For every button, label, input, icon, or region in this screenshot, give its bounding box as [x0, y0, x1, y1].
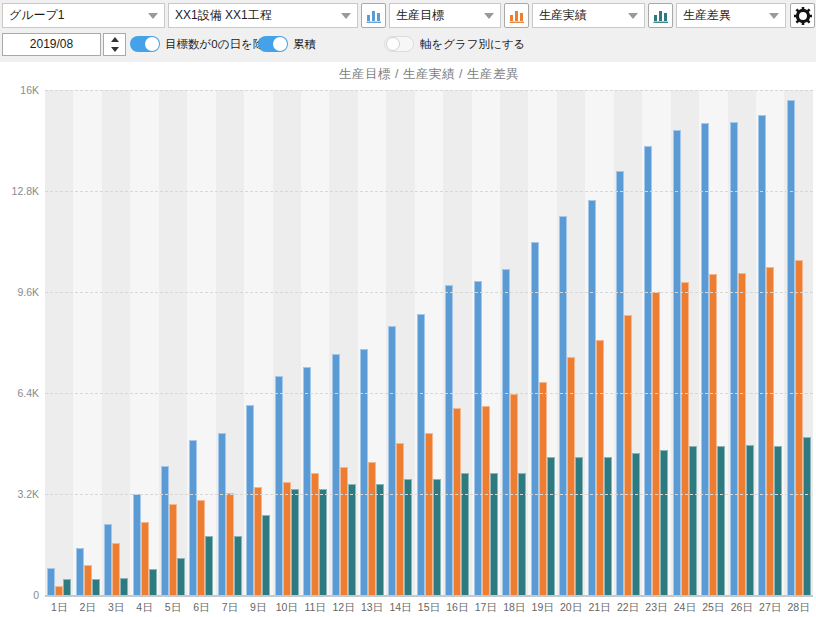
bar-actual — [482, 406, 490, 595]
bar-target — [616, 171, 624, 595]
bar-target — [559, 216, 567, 595]
bar-group — [73, 90, 101, 595]
equipment-select-value: XX1設備 XX1工程 — [175, 7, 272, 24]
x-axis-label: 27日 — [756, 601, 784, 615]
toggle-knob — [386, 37, 400, 51]
toggle-separate-axes[interactable] — [384, 36, 414, 52]
month-stepper[interactable] — [103, 33, 126, 56]
x-axis-label: 21日 — [585, 601, 613, 615]
group-select[interactable]: グループ1 — [2, 3, 165, 28]
bar-target — [417, 314, 425, 595]
x-axis-label: 17日 — [472, 601, 500, 615]
x-axis-label: 20日 — [557, 601, 585, 615]
bar-target — [531, 242, 539, 595]
bar-group — [273, 90, 301, 595]
metric-select-actual[interactable]: 生産実績 — [532, 3, 645, 28]
bar-target — [388, 326, 396, 595]
target-chart-type-button[interactable] — [361, 3, 386, 28]
bar-target — [104, 524, 112, 595]
bar-variance — [717, 446, 725, 595]
y-axis-label: 0 — [0, 589, 39, 601]
bar-group — [472, 90, 500, 595]
x-axis-label: 24日 — [671, 601, 699, 615]
bar-target — [218, 433, 226, 595]
bar-variance — [433, 479, 441, 595]
settings-button[interactable] — [790, 3, 815, 28]
bar-actual — [738, 273, 746, 595]
x-axis-label: 23日 — [642, 601, 670, 615]
toggle-cumulative-label: 累積 — [293, 37, 316, 52]
bar-group — [557, 90, 585, 595]
bar-group — [443, 90, 471, 595]
bar-variance — [205, 536, 213, 595]
bar-target — [161, 466, 169, 595]
month-stepper-down[interactable] — [104, 45, 125, 56]
bar-variance — [149, 569, 157, 595]
bar-target — [673, 130, 681, 595]
bar-variance — [319, 489, 327, 595]
toggle-separate-axes-label: 軸をグラフ別にする — [420, 37, 525, 52]
bar-variance — [660, 450, 668, 595]
bar-target — [189, 440, 197, 595]
bar-actual — [197, 500, 205, 595]
month-stepper-up[interactable] — [104, 34, 125, 45]
month-input[interactable]: 2019/08 — [2, 33, 101, 56]
metric-select-target[interactable]: 生産目標 — [389, 3, 501, 28]
bar-target — [275, 376, 283, 595]
bar-actual — [425, 433, 433, 595]
bar-variance — [746, 445, 754, 595]
x-axis-label: 11日 — [301, 601, 329, 615]
bar-target — [47, 568, 55, 595]
bar-actual — [141, 522, 149, 595]
bar-variance — [234, 536, 242, 595]
bar-actual — [283, 482, 291, 595]
toolbar-row-selectors: グループ1 XX1設備 XX1工程 生産目標 — [0, 3, 816, 28]
metric-select-variance[interactable]: 生産差異 — [676, 3, 786, 28]
arrow-down-icon — [111, 47, 119, 52]
bar-actual — [226, 493, 234, 595]
x-axis-label: 26日 — [728, 601, 756, 615]
chevron-down-icon — [769, 13, 779, 19]
bar-actual — [709, 274, 717, 595]
bar-actual — [596, 340, 604, 595]
bar-actual — [112, 543, 120, 595]
bar-variance — [490, 473, 498, 595]
bar-target — [360, 349, 368, 595]
bar-variance — [774, 446, 782, 595]
y-axis-label: 3.2K — [0, 488, 39, 500]
bar-target — [644, 146, 652, 595]
equipment-select[interactable]: XX1設備 XX1工程 — [168, 3, 358, 28]
bar-actual — [652, 292, 660, 595]
toggle-cumulative[interactable] — [258, 36, 288, 52]
bar-group — [130, 90, 158, 595]
x-axis-label: 2日 — [73, 601, 101, 615]
chart-title: 生産目標 / 生産実績 / 生産差異 — [45, 66, 813, 83]
bar-actual — [84, 565, 92, 595]
bar-actual — [453, 408, 461, 595]
x-axis-label: 7日 — [216, 601, 244, 615]
bar-group — [159, 90, 187, 595]
bar-target — [76, 548, 84, 595]
y-axis-label: 9.6K — [0, 286, 39, 298]
bar-variance — [291, 489, 299, 595]
bar-actual — [396, 443, 404, 595]
bar-actual — [169, 504, 177, 595]
x-axis-label: 28日 — [784, 601, 812, 615]
bar-group — [784, 90, 812, 595]
gridline — [45, 191, 813, 192]
toggle-knob — [273, 37, 287, 51]
bar-variance — [177, 558, 185, 595]
variance-chart-type-button[interactable] — [648, 3, 673, 28]
x-axis-label: 3日 — [102, 601, 130, 615]
bar-variance — [575, 457, 583, 595]
bar-target — [588, 200, 596, 595]
bar-variance — [348, 484, 356, 595]
x-axis-label: 14日 — [386, 601, 414, 615]
bar-variance — [63, 579, 71, 595]
actual-chart-type-button[interactable] — [504, 3, 529, 28]
x-axis-label: 15日 — [415, 601, 443, 615]
toggle-knob — [145, 37, 159, 51]
bar-variance — [262, 515, 270, 595]
toggle-exclude-zero-target-days[interactable] — [130, 36, 160, 52]
chevron-down-icon — [148, 13, 158, 19]
